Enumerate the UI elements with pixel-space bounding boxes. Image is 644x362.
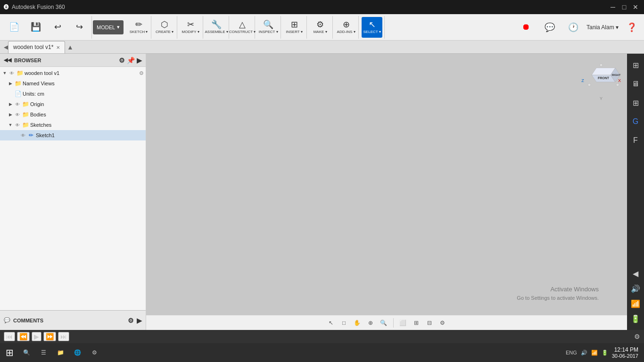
fit-tool-button[interactable]: 🔍	[378, 317, 389, 329]
chrome-taskbar-icon[interactable]: 🌐	[70, 345, 85, 360]
select-tool-button[interactable]: ↖	[325, 317, 337, 329]
settings-taskbar-icon[interactable]: ⚙	[87, 345, 102, 360]
maximize-button[interactable]: □	[619, 2, 629, 12]
origin-arrow[interactable]: ▶	[8, 101, 13, 107]
battery-systray[interactable]: 🔋	[602, 350, 608, 356]
wifi-systray[interactable]: 📶	[591, 350, 598, 356]
browser-settings-icon[interactable]: ⚙	[119, 57, 125, 64]
sketches-eye[interactable]: 👁	[14, 122, 21, 128]
svg-text:X: X	[618, 78, 621, 83]
wifi-icon[interactable]: 📶	[628, 296, 643, 311]
tab-close-button[interactable]: ×	[56, 44, 60, 51]
comments-label: COMMENTS	[13, 318, 43, 323]
svg-text:FRONT: FRONT	[598, 76, 610, 80]
minimize-button[interactable]: ─	[608, 2, 618, 12]
root-eye[interactable]: 👁	[8, 70, 15, 76]
clock-button[interactable]: 🕐	[563, 17, 584, 38]
comments-panel[interactable]: 💬 COMMENTS ⚙ ▶	[0, 310, 146, 330]
save-button[interactable]: 💾	[25, 17, 46, 38]
next-button[interactable]: ⏩	[43, 332, 56, 341]
tree-item-sketch1[interactable]: 👁 ✏ Sketch1	[0, 130, 146, 140]
svg-point-9	[588, 83, 591, 86]
expand-icon[interactable]: ⊞	[628, 95, 643, 110]
start-button[interactable]: ⊞	[2, 345, 17, 360]
clock[interactable]: 12:14 PM 30-06-2017	[612, 346, 638, 359]
sketches-arrow[interactable]: ▼	[8, 122, 13, 128]
prev-prev-button[interactable]: ⏮	[4, 332, 15, 341]
browser-collapse-icon[interactable]: ◀◀	[4, 57, 11, 63]
select-icon: ↖	[369, 20, 376, 29]
bodies-eye[interactable]: 👁	[14, 111, 21, 118]
root-arrow[interactable]: ▼	[2, 70, 8, 76]
named-views-arrow[interactable]: ▶	[8, 81, 13, 86]
browser-pin-icon[interactable]: 📌	[127, 57, 135, 64]
settings-icon[interactable]: ⚙	[634, 333, 640, 340]
sketch1-arrow	[13, 132, 19, 138]
tab-label: wooden tool v1*	[13, 44, 53, 50]
undo-button[interactable]: ↩	[47, 17, 68, 38]
tree-item-named-views[interactable]: ▶ 📁 Named Views	[0, 78, 146, 89]
extra-icon[interactable]: F	[628, 133, 643, 148]
record-button[interactable]: ⏺	[516, 17, 537, 38]
addins-icon: ⊕	[343, 20, 350, 29]
back-button[interactable]: ◀	[4, 44, 8, 50]
chevron-left-icon[interactable]: ◀	[628, 266, 643, 281]
comments-expand-icon[interactable]: ▶	[137, 317, 142, 324]
sketch-button[interactable]: ✏ SKETCH ▾	[128, 17, 149, 38]
zoom-tool-button[interactable]: ⊕	[365, 317, 376, 329]
document-tab[interactable]: wooden tool v1* ×	[8, 41, 65, 53]
comments-settings-icon[interactable]: ⚙	[128, 317, 134, 324]
play-button[interactable]: ▶	[32, 332, 41, 341]
tree-item-bodies[interactable]: ▶ 👁 📁 Bodies	[0, 109, 146, 120]
tree-item-origin[interactable]: ▶ 👁 📁 Origin	[0, 99, 146, 109]
nav-cube[interactable]: Y Z X FRONT RIGHT	[580, 58, 622, 101]
sketch-icon: ✏	[135, 20, 142, 29]
settings-button[interactable]: ⚙	[437, 317, 448, 329]
browser-collapse-right-icon[interactable]: ▶	[137, 57, 142, 64]
make-button[interactable]: ⚙ MAKE ▾	[310, 17, 330, 38]
modify-button[interactable]: ✂ MODIFY ▾	[180, 17, 201, 38]
create-group: ⬡ CREATE ▾	[152, 16, 177, 39]
prev-button[interactable]: ⏪	[17, 332, 30, 341]
task-view[interactable]: ☰	[36, 345, 51, 360]
next-next-button[interactable]: ⏭	[58, 332, 69, 341]
task-search[interactable]: 🔍	[19, 345, 34, 360]
root-settings-icon[interactable]: ⚙	[139, 70, 144, 76]
redo-button[interactable]: ↪	[69, 17, 90, 38]
orbit-tool-button[interactable]: ✋	[352, 317, 363, 329]
inspect-button[interactable]: 🔍 INSPECT ▾	[258, 17, 279, 38]
bodies-label: Bodies	[30, 112, 46, 117]
pan-tool-button[interactable]: □	[339, 317, 350, 329]
sketch1-eye[interactable]: 👁	[20, 132, 26, 139]
model-mode-button[interactable]: MODEL ▾	[93, 20, 124, 34]
root-folder-icon: 📁	[16, 69, 24, 77]
monitor-icon[interactable]: 🖥	[628, 76, 643, 91]
snap-button[interactable]: ⊟	[424, 317, 435, 329]
select-button[interactable]: ↖ SELECT ▾	[362, 17, 382, 38]
bodies-arrow[interactable]: ▶	[8, 112, 13, 117]
file-explorer-icon[interactable]: 📁	[53, 345, 68, 360]
addins-button[interactable]: ⊕ ADD-INS ▾	[336, 17, 356, 38]
construct-group: △ CONSTRUCT ▾	[230, 16, 255, 39]
create-button[interactable]: ⬡ CREATE ▾	[154, 17, 175, 38]
origin-eye[interactable]: 👁	[14, 101, 21, 107]
help-button[interactable]: ❓	[621, 17, 642, 38]
volume-icon[interactable]: 🔊	[628, 281, 643, 296]
tree-item-sketches[interactable]: ▼ 👁 📁 Sketches	[0, 120, 146, 130]
tab-expand-button[interactable]: ▲	[67, 43, 74, 51]
chrome-icon[interactable]: G	[628, 114, 643, 129]
origin-label: Origin	[30, 101, 44, 107]
battery-icon[interactable]: 🔋	[628, 311, 643, 326]
insert-button[interactable]: ⊞ INSERT ▾	[284, 17, 305, 38]
display-mode-button[interactable]: ⬜	[397, 317, 409, 329]
windows-icon[interactable]: ⊞	[628, 58, 643, 73]
close-button[interactable]: ✕	[631, 2, 640, 12]
modify-group: ✂ MODIFY ▾	[178, 16, 203, 39]
new-button[interactable]: 📄	[4, 17, 25, 38]
tree-item-root[interactable]: ▼ 👁 📁 wooden tool v1 ⚙	[0, 68, 146, 78]
comments-button[interactable]: 💬	[539, 17, 560, 38]
assemble-button[interactable]: 🔧 ASSEMBLE ▾	[206, 17, 227, 38]
construct-button[interactable]: △ CONSTRUCT ▾	[232, 17, 253, 38]
grid-button[interactable]: ⊞	[411, 317, 422, 329]
volume-systray[interactable]: 🔊	[581, 350, 587, 356]
